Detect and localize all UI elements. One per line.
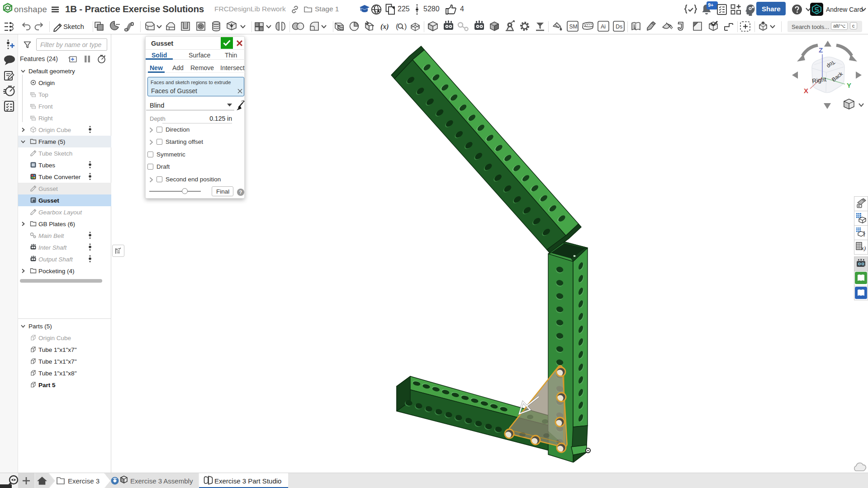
svg-text:Exercise 3 Assembly: Exercise 3 Assembly xyxy=(130,477,193,485)
svg-text:Y: Y xyxy=(847,81,851,89)
svg-text:x): x) xyxy=(861,245,866,251)
svg-text:}: } xyxy=(863,230,865,237)
svg-text:Ai: Ai xyxy=(601,24,606,30)
svg-text:Z: Z xyxy=(819,46,823,54)
svg-text:X: X xyxy=(804,87,808,95)
svg-text:): ) xyxy=(404,23,407,30)
svg-text:SM: SM xyxy=(569,24,578,30)
svg-text:Exercise 3: Exercise 3 xyxy=(68,477,100,485)
svg-text:Ds: Ds xyxy=(616,24,622,30)
svg-text:(x): (x) xyxy=(380,23,389,31)
svg-text:Exercise 3 Part Studio: Exercise 3 Part Studio xyxy=(214,477,281,485)
svg-text:Sketch: Sketch xyxy=(63,23,84,30)
